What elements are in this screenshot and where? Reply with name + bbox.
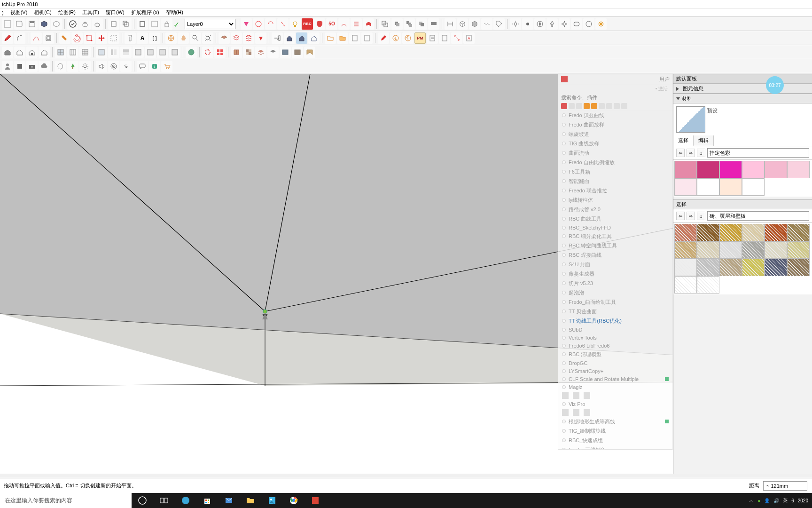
tool-icon[interactable] <box>2 18 13 30</box>
plugin-item[interactable]: DropGC <box>558 359 672 367</box>
texture-swatch[interactable] <box>719 241 742 259</box>
doc3-icon[interactable] <box>427 32 438 44</box>
fifty-icon[interactable]: 5O <box>326 18 337 30</box>
plugin-item[interactable]: Fredo 自由比例缩放 <box>558 158 672 167</box>
texture-swatch[interactable] <box>674 276 697 294</box>
store-icon[interactable] <box>196 493 218 508</box>
texture-swatch[interactable] <box>719 224 742 241</box>
plugin-item[interactable]: SUbD <box>558 325 672 333</box>
caliper-icon[interactable] <box>445 18 456 30</box>
plugin-item[interactable]: TT 边线工具(RBC优化) <box>558 316 672 325</box>
plugin-item[interactable]: S4U 封面 <box>558 260 672 269</box>
pencil2-icon[interactable] <box>378 32 389 44</box>
texture-swatch[interactable] <box>697 241 719 259</box>
color-swatch[interactable] <box>697 178 719 196</box>
burst-icon[interactable] <box>595 18 607 30</box>
sparkle-icon[interactable] <box>559 18 570 30</box>
plugin-item[interactable]: Fredo_曲面绘制工具 <box>558 297 672 307</box>
plugin-item[interactable]: RBC_SketchyFFD <box>558 223 672 231</box>
doc-pm1-icon[interactable] <box>349 32 360 44</box>
mail-icon[interactable] <box>218 493 240 508</box>
layout3-icon[interactable] <box>120 47 132 58</box>
sun2-icon[interactable] <box>522 18 533 30</box>
house-up-icon[interactable] <box>308 32 320 44</box>
house1-icon[interactable] <box>2 47 13 58</box>
nav-fwd-icon[interactable]: ⇨ <box>687 149 695 157</box>
tag-icon[interactable] <box>493 18 505 30</box>
material-thumbnail[interactable] <box>676 106 705 133</box>
texture-swatch[interactable] <box>674 259 697 276</box>
plugin-item[interactable]: RBC 细分柔化工具 <box>558 231 672 241</box>
stop-icon[interactable] <box>14 61 25 72</box>
scale-icon[interactable] <box>84 32 95 44</box>
gem-icon[interactable] <box>241 18 252 30</box>
window-icon[interactable] <box>137 18 148 30</box>
explorer-icon[interactable] <box>240 493 261 508</box>
arrow-up-icon[interactable] <box>547 18 558 30</box>
pic1-icon[interactable] <box>280 47 291 58</box>
folder1-icon[interactable] <box>325 32 336 44</box>
hex-icon[interactable] <box>571 18 582 30</box>
list-red-icon[interactable] <box>351 18 362 30</box>
target-icon[interactable] <box>108 61 119 72</box>
circle-check-icon[interactable] <box>67 18 78 30</box>
color-swatch[interactable] <box>674 178 697 196</box>
layer-select[interactable]: Layer0 <box>185 19 235 29</box>
gear-icon[interactable] <box>79 61 91 72</box>
save-icon[interactable] <box>26 18 38 30</box>
layer-visible-icon[interactable]: ✓ <box>173 20 181 28</box>
entity-info-header[interactable]: 图元信息 <box>673 84 812 94</box>
menu-camera[interactable]: 相机(C) <box>34 9 51 16</box>
house2-icon[interactable] <box>14 47 25 58</box>
doc4-icon[interactable] <box>439 32 450 44</box>
box-icon[interactable] <box>108 18 119 30</box>
select-header[interactable]: 选择 <box>673 199 812 209</box>
cloud-icon[interactable] <box>39 61 50 72</box>
texture-swatch[interactable] <box>742 241 765 259</box>
menu-window[interactable]: 窗口(W) <box>106 9 125 16</box>
flashlight-icon[interactable] <box>125 32 136 44</box>
folder2-icon[interactable] <box>337 32 348 44</box>
cube-solid-icon[interactable] <box>469 18 480 30</box>
doc-a-icon[interactable]: A <box>463 32 475 44</box>
stack1-icon[interactable] <box>255 47 266 58</box>
wave-icon[interactable] <box>481 18 492 30</box>
palette-icon[interactable] <box>55 61 66 72</box>
photos-icon[interactable] <box>261 493 283 508</box>
copies2-icon[interactable] <box>404 18 415 30</box>
plugin-list[interactable]: Fredo 贝兹曲线Fredo 曲面放样螺旋坡道TIG 曲线放样曲面流动Fred… <box>558 111 672 449</box>
plugin-item[interactable]: TT 贝兹曲面 <box>558 307 672 316</box>
curve-icon[interactable] <box>31 32 42 44</box>
tab-select[interactable]: 选择 <box>673 135 694 146</box>
move-icon[interactable] <box>96 32 107 44</box>
grid3-icon[interactable] <box>79 47 91 58</box>
copies3-icon[interactable] <box>416 18 427 30</box>
edge-icon[interactable] <box>175 493 196 508</box>
house-in-icon[interactable] <box>284 32 295 44</box>
plugin-item[interactable]: Fredo6 LibFredo6 <box>558 341 672 349</box>
shield-icon[interactable] <box>314 18 325 30</box>
texture-swatch[interactable] <box>787 259 810 276</box>
layer1-icon[interactable] <box>219 32 230 44</box>
texture-swatch[interactable] <box>787 224 810 241</box>
pic3-icon[interactable] <box>304 47 315 58</box>
quick-icon[interactable] <box>569 103 575 109</box>
select-icon[interactable] <box>108 32 119 44</box>
sun1-icon[interactable] <box>510 18 521 30</box>
open-icon[interactable] <box>14 18 25 30</box>
copy-icon[interactable] <box>379 18 390 30</box>
plugin-item[interactable]: 根据地形生成等高线 <box>558 417 672 426</box>
nav-fwd-icon[interactable]: ⇨ <box>687 212 695 220</box>
plugin-item[interactable]: 起泡泡 <box>558 288 672 297</box>
layout7-icon[interactable] <box>169 47 180 58</box>
plugin-item[interactable]: RBC 清理模型 <box>558 349 672 359</box>
globe-icon[interactable] <box>165 32 177 44</box>
texture-swatch[interactable] <box>674 241 697 259</box>
menu-extensions[interactable]: 扩展程序 (x) <box>131 9 159 16</box>
plugin-item[interactable]: Viz Pro <box>558 400 672 408</box>
texture-swatch[interactable] <box>697 276 719 294</box>
layout6-icon[interactable] <box>157 47 168 58</box>
doc-pm2-icon[interactable] <box>361 32 373 44</box>
color-swatch[interactable] <box>719 178 742 196</box>
offset-icon[interactable] <box>43 32 54 44</box>
